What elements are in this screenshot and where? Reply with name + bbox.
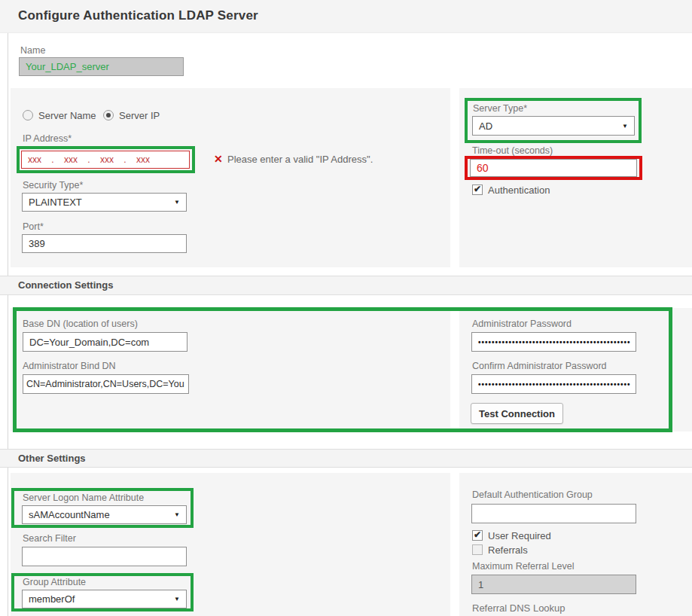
security-type-label: Security Type* <box>23 180 83 191</box>
default-auth-group-label: Default Authentication Group <box>472 489 593 500</box>
server-type-select[interactable]: AD ▼ <box>472 116 635 136</box>
group-attribute-select[interactable]: memberOf ▼ <box>22 590 187 608</box>
other-settings-section-bar: Other Settings <box>0 449 692 468</box>
other-settings-title: Other Settings <box>18 453 86 464</box>
search-filter-input[interactable] <box>22 547 187 566</box>
check-icon: ✔ <box>474 530 481 539</box>
radio-dot-icon <box>106 113 111 117</box>
security-type-select[interactable]: PLAINTEXT ▼ <box>22 193 187 212</box>
group-attribute-label: Group Attribute <box>23 577 86 587</box>
ip-error-message: Please enter a valid "IP Address". <box>227 154 373 165</box>
test-connection-button[interactable]: Test Connection <box>471 403 563 424</box>
server-ip-radio[interactable] <box>103 110 114 120</box>
authentication-label: Authentication <box>488 184 550 196</box>
server-type-label: Server Type* <box>473 103 527 114</box>
server-logon-value: sAMAccountName <box>29 509 110 520</box>
left-divider <box>8 33 8 616</box>
referral-dns-label: Referral DNS Lookup <box>472 602 565 614</box>
confirm-password-label: Confirm Administrator Password <box>472 361 607 371</box>
authentication-checkbox[interactable]: ✔ <box>472 184 483 195</box>
max-referral-label: Maximum Referral Level <box>472 561 574 572</box>
configure-ldap-dialog: Configure Authentication LDAP Server Nam… <box>0 0 692 616</box>
server-logon-label: Server Logon Name Attribute <box>23 492 144 503</box>
server-ip-radio-label: Server IP <box>119 110 160 121</box>
port-label: Port* <box>23 221 44 232</box>
security-type-value: PLAINTEXT <box>29 197 82 208</box>
referrals-label: Referrals <box>488 544 528 556</box>
check-icon: ✔ <box>474 184 481 194</box>
timeout-input[interactable]: 60 <box>470 159 637 177</box>
base-dn-input[interactable]: DC=Your_Domain,DC=com <box>23 332 187 352</box>
bind-dn-label: Administrator Bind DN <box>23 361 116 371</box>
ip-address-input[interactable]: xxx . xxx . xxx . xxx <box>21 151 190 169</box>
page-title: Configure Authentication LDAP Server <box>18 8 258 23</box>
confirm-password-input[interactable]: ••••••••••••••••••••••••••••••••••••••••… <box>471 374 636 394</box>
port-input[interactable]: 389 <box>22 234 187 253</box>
admin-password-input[interactable]: ••••••••••••••••••••••••••••••••••••••••… <box>471 332 636 352</box>
server-name-radio[interactable] <box>23 110 33 120</box>
dialog-header: Configure Authentication LDAP Server <box>0 0 692 33</box>
bind-dn-input[interactable]: CN=Administrator,CN=Users,DC=You <box>23 374 189 394</box>
chevron-down-icon: ▼ <box>174 596 180 602</box>
timeout-label: Time-out (seconds) <box>472 145 553 156</box>
connection-settings-section-bar: Connection Settings <box>0 276 692 295</box>
chevron-down-icon: ▼ <box>174 511 180 518</box>
referrals-checkbox[interactable]: ✔ <box>472 544 483 555</box>
max-referral-input[interactable]: 1 <box>471 575 636 594</box>
user-required-checkbox[interactable]: ✔ <box>472 530 483 541</box>
ip-address-label: IP Address* <box>23 133 72 144</box>
base-dn-label: Base DN (location of users) <box>23 319 138 329</box>
chevron-down-icon: ▼ <box>622 123 628 130</box>
admin-password-label: Administrator Password <box>472 319 572 329</box>
server-logon-select[interactable]: sAMAccountName ▼ <box>22 505 187 524</box>
user-required-label: User Required <box>488 530 551 541</box>
group-attribute-value: memberOf <box>29 593 75 605</box>
connection-settings-title: Connection Settings <box>18 279 113 291</box>
server-type-value: AD <box>479 120 492 132</box>
name-label: Name <box>20 45 45 56</box>
chevron-down-icon: ▼ <box>174 199 180 206</box>
search-filter-label: Search Filter <box>23 533 76 544</box>
default-auth-group-input[interactable] <box>471 504 636 523</box>
server-name-radio-label: Server Name <box>38 110 96 121</box>
name-input[interactable]: Your_LDAP_server <box>19 57 184 76</box>
error-x-icon: ✕ <box>214 153 223 165</box>
